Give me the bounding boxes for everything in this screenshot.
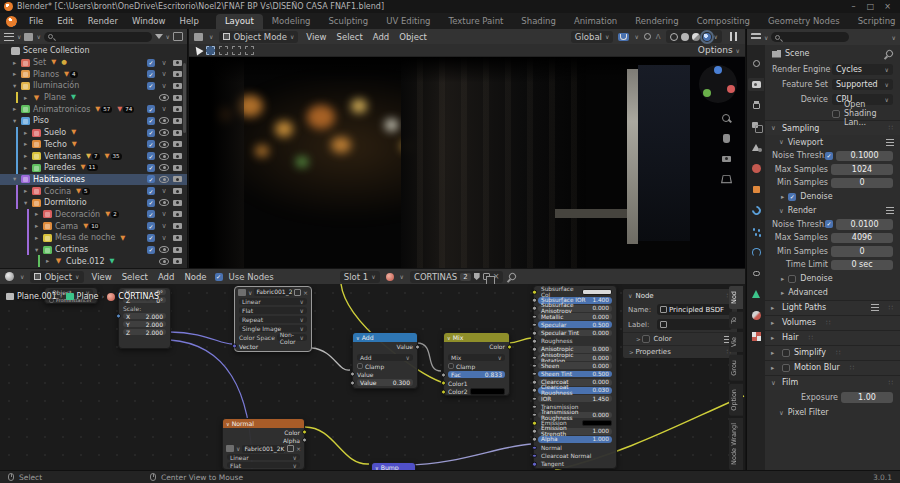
mode-dropdown[interactable]: Object Mode ∨ <box>219 31 298 43</box>
snap-magnet-icon[interactable] <box>618 33 629 41</box>
noise-threshold-value[interactable]: 0.0100 <box>836 219 893 230</box>
workspace-tab[interactable]: Sculpting <box>319 14 377 29</box>
navigation-gizmo[interactable] <box>699 65 737 103</box>
panel-checkbox[interactable] <box>782 364 790 372</box>
visibility-toggle[interactable] <box>158 68 170 80</box>
bsdf-input-row[interactable]: IOR 1.450 <box>534 394 616 402</box>
render-visibility-toggle[interactable] <box>171 220 183 232</box>
input-socket[interactable] <box>532 314 537 319</box>
expand-arrow[interactable]: ▸ <box>46 257 54 265</box>
input-socket[interactable] <box>532 404 537 409</box>
image-datablock[interactable]: ∨ Fabric001_2K_Ro... × <box>235 287 311 297</box>
exclude-checkbox[interactable] <box>145 80 157 92</box>
workspace-tab[interactable]: Compositing <box>688 14 759 29</box>
visibility-toggle[interactable] <box>158 127 170 139</box>
outliner-row[interactable]: ▾ Habitaciones <box>0 174 187 186</box>
visibility-toggle[interactable] <box>158 232 170 244</box>
viewport-menu[interactable]: Object <box>397 32 429 42</box>
render-visibility-toggle[interactable] <box>171 92 183 104</box>
proportional-edit-icon[interactable] <box>644 33 651 40</box>
panel-checkbox[interactable] <box>782 349 790 357</box>
render-visibility-toggle[interactable] <box>171 57 183 69</box>
display-mode-icon[interactable] <box>24 33 33 41</box>
denoise-checkbox[interactable] <box>788 193 796 201</box>
workspace-tab[interactable]: Geometry Nodes <box>759 14 849 29</box>
editor-type-icon[interactable] <box>4 33 14 41</box>
input-socket[interactable] <box>532 306 537 311</box>
outliner-row[interactable]: ▾ Cortinas <box>0 244 187 256</box>
use-nodes-checkbox[interactable] <box>215 273 223 281</box>
render-visibility-toggle[interactable] <box>171 103 183 115</box>
expand-arrow[interactable]: ▾ <box>35 246 43 254</box>
expand-arrow[interactable]: ▾ <box>13 175 21 183</box>
exclude-checkbox[interactable] <box>145 174 157 186</box>
preset-icon[interactable] <box>886 139 894 146</box>
input-socket[interactable] <box>532 298 537 303</box>
bsdf-input-row[interactable]: Subsurface Col <box>534 288 616 296</box>
axis-z-dot[interactable] <box>714 66 722 74</box>
viewport-menu[interactable]: Select <box>335 32 365 42</box>
outliner-row[interactable]: ▸ Animatronicos ▼57 ▼74 <box>0 103 187 115</box>
image-texture-node[interactable]: ∨ Fabric001_2K_Ro... × Linear∨ Flat∨ Rep… <box>234 286 312 352</box>
properties-tab[interactable] <box>748 141 764 154</box>
bump-node[interactable]: ∨Bump <box>371 462 416 470</box>
noise-threshold-value[interactable]: 0.1000 <box>836 151 893 162</box>
workspace-tab[interactable]: Modeling <box>263 14 320 29</box>
noise-threshold-checkbox[interactable] <box>825 220 833 228</box>
solid-shading-icon[interactable] <box>681 33 689 41</box>
expand-arrow[interactable]: ▸ <box>13 59 21 67</box>
input-socket[interactable] <box>532 437 537 442</box>
principled-bsdf-node[interactable]: Subsurface Col Subsurface IOR 1.400 <box>533 285 617 469</box>
input-socket[interactable] <box>532 347 537 352</box>
visibility-toggle[interactable] <box>158 197 170 209</box>
visibility-toggle[interactable] <box>158 162 170 174</box>
input-socket[interactable] <box>532 445 537 450</box>
property-dropdown[interactable]: Cycles∨ <box>832 64 893 75</box>
expand-arrow[interactable]: ▸ <box>24 129 32 137</box>
render-visibility-toggle[interactable] <box>171 139 183 151</box>
visibility-toggle[interactable] <box>158 220 170 232</box>
expand-arrow[interactable]: ▸ <box>24 164 32 172</box>
closed-panel-header[interactable]: ▸ Hair ∷ <box>765 330 900 345</box>
minimize-button[interactable]: – <box>845 2 862 11</box>
expand-arrow[interactable]: ▸ <box>13 105 21 113</box>
zoom-icon[interactable] <box>721 113 732 124</box>
select-mode-subtract-icon[interactable] <box>232 46 241 55</box>
input-socket[interactable] <box>532 429 537 434</box>
properties-tab[interactable] <box>748 162 764 175</box>
editor-type-icon[interactable] <box>751 33 761 41</box>
close-button[interactable]: × <box>879 2 896 11</box>
min-samples-value[interactable]: 0 <box>831 246 893 257</box>
properties-tab[interactable] <box>748 204 764 217</box>
normal-texture-node[interactable]: ∨Normal Color Alpha ∨ Fabric001_2K_No...… <box>222 418 305 470</box>
user-count-badge[interactable]: 2 <box>460 273 470 281</box>
input-socket[interactable] <box>532 380 537 385</box>
bsdf-input-row[interactable]: Subsurface Anisotropy 0.000 <box>534 304 616 312</box>
menu-item[interactable]: Help <box>172 15 205 27</box>
properties-tab[interactable] <box>748 57 764 70</box>
bsdf-input-row[interactable]: Sheen 0.000 <box>534 362 616 370</box>
exclude-checkbox[interactable] <box>145 197 157 209</box>
render-visibility-toggle[interactable] <box>171 255 183 267</box>
bsdf-input-row[interactable]: Sheen Tint 0.500 <box>534 370 616 378</box>
exclude-checkbox[interactable] <box>145 45 157 57</box>
exclude-checkbox[interactable] <box>145 150 157 162</box>
properties-tab[interactable] <box>748 225 764 238</box>
workspace-tab[interactable]: Texture Paint <box>440 14 513 29</box>
filter-chevron-icon[interactable]: ∨ <box>892 34 896 41</box>
outliner-row[interactable]: ▸ Mesa de noche ▼ <box>0 232 187 244</box>
min-samples-value[interactable]: 0 <box>831 178 893 189</box>
outliner-row[interactable]: ▸ Cama ▼10 <box>0 220 187 232</box>
sidebar-tab[interactable]: Option <box>729 384 743 416</box>
expand-arrow[interactable]: ▸ <box>35 222 43 230</box>
workspace-tab[interactable]: Scripting <box>849 14 900 29</box>
axis-y-dot[interactable] <box>703 89 711 97</box>
max-samples-value[interactable]: 4096 <box>831 233 893 244</box>
properties-tab[interactable] <box>748 288 764 301</box>
editor-type-icon[interactable] <box>194 33 203 41</box>
outliner-row[interactable]: ▾ Iluminación <box>0 80 187 92</box>
input-socket[interactable] <box>532 339 537 344</box>
viewport-menu[interactable]: View <box>304 32 328 42</box>
select-mode-invert-icon[interactable] <box>245 46 254 55</box>
new-collection-button[interactable] <box>173 32 183 41</box>
